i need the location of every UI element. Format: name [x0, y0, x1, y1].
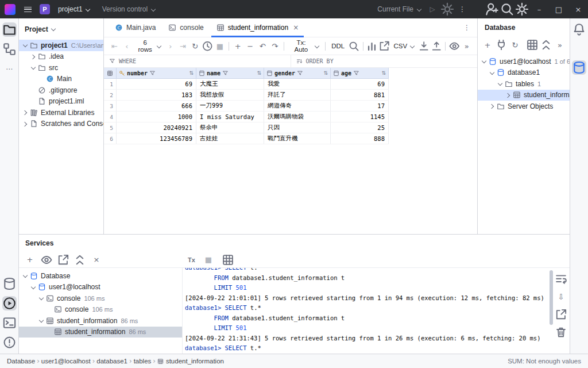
row-number-cell[interactable]: 3	[104, 101, 117, 112]
sort-toggle-icon[interactable]: ⇅	[323, 70, 328, 76]
tree-item-server-objects[interactable]: Server Objects	[478, 101, 570, 112]
grid-cell[interactable]: 只因	[264, 122, 331, 133]
tree-item--idea[interactable]: .idea	[19, 51, 103, 63]
column-header-age[interactable]: age⇅	[331, 68, 389, 79]
stop-console-button[interactable]: ■	[202, 254, 215, 266]
grid-cell[interactable]: 69	[117, 79, 196, 90]
tree-item-student-information[interactable]: student_information86 ms	[19, 327, 182, 338]
row-number-cell[interactable]: 5	[104, 122, 117, 133]
grid-cell[interactable]: 666	[117, 101, 196, 112]
row-number-cell[interactable]: 2	[104, 90, 117, 101]
grid-cell[interactable]: 69	[331, 79, 389, 90]
chevron-down-icon[interactable]	[480, 57, 489, 66]
services-toolwindow-button[interactable]	[2, 296, 17, 310]
collapse-nodes-button[interactable]	[74, 254, 86, 266]
grid-cell[interactable]: 183	[117, 90, 196, 101]
sort-toggle-icon[interactable]: ⇅	[381, 70, 386, 76]
show-services-button[interactable]	[40, 254, 53, 266]
reload-data-button[interactable]: ↻	[189, 40, 201, 52]
chevron-right-icon[interactable]	[21, 120, 30, 128]
tree-item-project1-iml[interactable]: project1.iml	[19, 96, 103, 108]
grid-cell[interactable]: 881	[331, 90, 389, 101]
view-options-button[interactable]	[448, 40, 460, 52]
project-switcher-button[interactable]: project1	[55, 3, 94, 16]
main-menu-button[interactable]	[20, 2, 35, 17]
chevron-down-icon[interactable]	[37, 316, 46, 325]
grid-cell[interactable]: 1145	[331, 112, 389, 122]
export-data-button[interactable]	[418, 40, 430, 52]
grid-cell[interactable]: 我愛	[264, 79, 331, 90]
stop-query-button[interactable]: ■	[214, 40, 226, 52]
breadcrumb-item-tables[interactable]: tables	[134, 358, 152, 365]
where-filter-field[interactable]: WHERE	[104, 55, 291, 67]
grid-cell[interactable]: 888	[331, 133, 389, 144]
run-button[interactable]: ▷	[425, 2, 440, 17]
minimize-button[interactable]: –	[529, 0, 549, 18]
funnel-icon[interactable]	[222, 70, 229, 76]
chevron-down-icon[interactable]	[21, 41, 30, 49]
tree-item-main[interactable]: CMain	[19, 74, 103, 85]
ddl-button[interactable]: DDL	[328, 41, 347, 51]
chevron-right-icon[interactable]	[504, 91, 513, 99]
revert-changes-button[interactable]: ↶	[257, 40, 268, 52]
grid-cell[interactable]: 戰鬥直升機	[264, 133, 331, 144]
tree-item-scratches-and-consoles[interactable]: Scratches and Consoles	[19, 118, 103, 130]
transaction-mode-button[interactable]: Tx: Auto	[287, 37, 322, 55]
auto-refresh-button[interactable]	[202, 40, 213, 52]
order-by-filter-field[interactable]: ORDER BY	[291, 55, 478, 67]
tree-item-student-information[interactable]: student_information86 ms	[19, 315, 182, 327]
breadcrumb-item-database1[interactable]: database1	[96, 358, 127, 365]
grid-cell[interactable]: 123456789	[117, 133, 196, 144]
tree-item-external-libraries[interactable]: External Libraries	[19, 107, 103, 118]
console-scrollbar[interactable]	[550, 270, 553, 325]
tree-item-tables[interactable]: tables1	[478, 78, 570, 90]
grid-cell[interactable]: 拜託了	[264, 90, 331, 101]
data-source-properties-button[interactable]	[495, 39, 508, 51]
column-header-name[interactable]: name⇅	[196, 68, 264, 79]
maximize-button[interactable]: □	[549, 0, 568, 18]
grid-cell[interactable]: 1000	[117, 112, 196, 122]
new-grid-tab-button[interactable]	[222, 254, 234, 266]
tree-item-database1[interactable]: database1	[478, 67, 570, 79]
structure-toolwindow-button[interactable]	[2, 42, 17, 56]
toolbar-overflow-button[interactable]: »	[461, 40, 473, 52]
grid-cell[interactable]: 網遊傳奇	[264, 101, 331, 112]
row-number-cell[interactable]: 6	[104, 133, 117, 144]
grid-cell[interactable]: 祭余申	[196, 122, 264, 133]
export-format-button[interactable]: CSV	[391, 41, 418, 51]
search-everywhere-button[interactable]	[500, 2, 514, 17]
scroll-to-end-button[interactable]: ⇩	[555, 290, 567, 303]
add-data-source-button[interactable]: +	[481, 39, 494, 51]
submit-changes-button[interactable]: ↷	[269, 40, 280, 52]
tab-options-button[interactable]: ⋮	[457, 18, 477, 37]
run-configuration-button[interactable]: Current File	[374, 3, 425, 16]
first-page-button[interactable]: ⇤	[109, 40, 120, 52]
chevron-down-icon[interactable]	[37, 294, 46, 302]
select-all-cell[interactable]	[104, 68, 117, 79]
column-header-gender[interactable]: gender⇅	[264, 68, 331, 79]
chevron-right-icon[interactable]	[488, 102, 497, 110]
soft-wrap-button[interactable]	[555, 273, 567, 285]
settings-button[interactable]	[514, 2, 529, 17]
add-service-button[interactable]: +	[24, 254, 36, 266]
close-tab-icon[interactable]: ×	[293, 24, 299, 32]
grid-cell[interactable]: 沃爾瑪購物袋	[264, 112, 331, 122]
project-panel-header[interactable]: Project	[19, 18, 103, 40]
tree-item-student-information[interactable]: student_information	[478, 90, 570, 101]
open-each-in-new-tab-button[interactable]	[57, 254, 69, 266]
chevron-down-icon[interactable]	[29, 283, 38, 292]
close-window-button[interactable]: ×	[568, 0, 588, 18]
project-toolwindow-button[interactable]	[2, 22, 17, 37]
run-options-icon[interactable]	[440, 2, 455, 17]
next-page-button[interactable]: ›	[165, 40, 176, 52]
clear-output-button[interactable]	[555, 326, 567, 339]
tab-console[interactable]: console	[162, 18, 210, 37]
grid-cell[interactable]: 大魔王	[196, 79, 264, 90]
grid-cell[interactable]: 20240921	[117, 122, 196, 133]
grid-cell[interactable]: 25	[331, 122, 389, 133]
page-size-button[interactable]: 6 rows	[133, 37, 164, 55]
grid-cell[interactable]: I miss Saturday	[196, 112, 264, 122]
chevron-down-icon[interactable]	[496, 79, 505, 88]
more-toolwindows-button[interactable]: ⋯	[2, 62, 17, 76]
add-user-button[interactable]	[485, 2, 500, 17]
